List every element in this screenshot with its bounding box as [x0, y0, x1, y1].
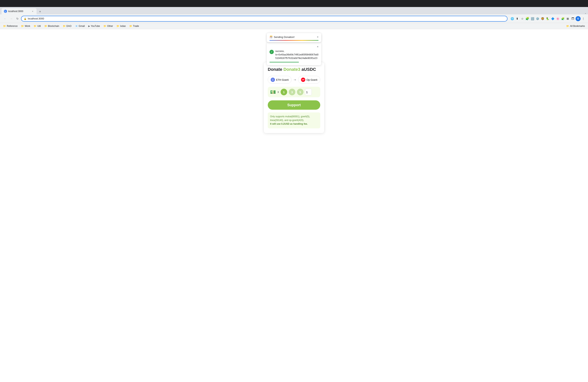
to-network-button[interactable]: OP Op Goerli	[298, 76, 320, 84]
donate-card: Donate Donate3 aUSDC Ξ ETH Goerli → OP O…	[264, 62, 324, 133]
bookmark-reference[interactable]: 📁 Reference	[1, 24, 19, 28]
bookmarks-bar: 📁 Reference 📁 Work 📁 Util 📁 Blockchain 📁…	[0, 23, 588, 29]
folder-icon: 📁	[104, 25, 106, 27]
bookmark-util[interactable]: 📁 Util	[32, 24, 42, 28]
confetti-icon: 🎊	[270, 36, 273, 39]
folder-icon: 📁	[3, 25, 6, 27]
bookmark-other-label: Other	[107, 25, 113, 27]
bookmark-blockchain[interactable]: 📁 Blockchain	[43, 24, 61, 28]
bookmark-lxdao[interactable]: 📁 lxdao	[115, 24, 127, 28]
bookmark-work-label: Work	[25, 25, 30, 27]
url-text: localhost:3000	[28, 17, 44, 20]
folder-icon: 📁	[116, 25, 119, 27]
translate-icon[interactable]: 🌐	[510, 16, 514, 21]
success-content: ✓ success, tx=0x40aa36b69c74f61ed65f0848…	[270, 49, 318, 60]
bookmark-youtube[interactable]: ▶ YouTube	[87, 24, 102, 28]
bookmark-blockchain-label: Blockchain	[48, 25, 59, 27]
ext-1-icon[interactable]: 🧩	[525, 16, 530, 21]
new-tab-button[interactable]: +	[37, 9, 43, 14]
success-close-button[interactable]: ×	[317, 45, 318, 48]
back-button[interactable]: ←	[2, 16, 8, 21]
bookmark-trade-label: Trade	[133, 25, 139, 27]
bookmark-other[interactable]: 📁 Other	[102, 24, 115, 28]
success-notification: × ✓ success, tx=0x40aa36b69c74f61ed65f08…	[267, 42, 321, 65]
ext-2-icon[interactable]: 🔢	[530, 16, 535, 21]
money-icon: 💵	[270, 89, 276, 95]
bookmark-dao-label: DAO	[66, 25, 72, 27]
bookmark-star-icon[interactable]: ☆	[520, 16, 525, 21]
profile-avatar[interactable]: G	[576, 16, 581, 21]
address-bar[interactable]: 🔒 localhost:3000	[21, 16, 507, 21]
active-tab[interactable]: L localhost:3000 ×	[1, 8, 37, 14]
notification-header: 🎊 Sending Donation! ×	[267, 33, 321, 40]
sending-donation-notification: 🎊 Sending Donation! ×	[267, 33, 321, 42]
folder-icon: 📁	[34, 25, 37, 27]
multiplier-label: x	[277, 90, 279, 94]
toolbar-extensions: 🌐 ⬆ ☆ 🧩 🔢 ⚙️ 🦁 🦜 🔷 🌸 🧩 ⊞ 🗖 G ⋮	[510, 16, 586, 21]
bookmark-util-label: Util	[37, 25, 41, 27]
info-text: Only supports mubai(80001), goerli(5), l…	[270, 115, 310, 122]
tab-close-button[interactable]: ×	[31, 10, 34, 13]
amount-5-button[interactable]: 5	[297, 89, 304, 95]
window-icon[interactable]: 🗖	[570, 16, 575, 21]
ext-7-icon[interactable]: 🌸	[555, 16, 560, 21]
eth-icon: Ξ	[271, 78, 275, 82]
all-bookmarks-button[interactable]: 📁 All Bookmarks	[565, 24, 587, 28]
refresh-button[interactable]: ↻	[15, 16, 20, 21]
op-icon: OP	[301, 78, 305, 82]
donate-title: Donate Donate3 aUSDC	[268, 67, 320, 72]
support-button[interactable]: Support	[268, 100, 320, 110]
notification-top-close-button[interactable]: ×	[317, 35, 318, 39]
to-network-label: Op Goerli	[306, 78, 317, 81]
success-status: success,	[275, 50, 284, 53]
amount-input[interactable]	[305, 89, 312, 95]
title-bar	[0, 0, 588, 7]
share-icon[interactable]: ⬆	[515, 16, 520, 21]
ext-9-icon[interactable]: ⊞	[566, 16, 570, 21]
success-header: ×	[270, 45, 318, 48]
tab-expand-button[interactable]: ⌄	[585, 12, 587, 14]
all-bookmarks-label: All Bookmarks	[570, 25, 585, 27]
network-row: Ξ ETH Goerli → OP Op Goerli	[268, 76, 320, 84]
notification-title: 🎊 Sending Donation!	[270, 36, 294, 39]
sending-progress-bar	[270, 40, 318, 41]
amount-3-button[interactable]: 3	[289, 89, 295, 95]
tx-hash: tx=0x40aa36b69c74f61ed65f0848067bd051049…	[275, 53, 318, 60]
folder-icon: 📁	[129, 25, 132, 27]
bookmark-work[interactable]: 📁 Work	[20, 24, 32, 28]
bookmark-gmail-label: Gmail	[79, 25, 85, 27]
tab-bar: L localhost:3000 × + ⌄	[0, 7, 588, 14]
folder-icon: 📁	[21, 25, 24, 27]
bookmark-gmail[interactable]: 📧 Gmail	[74, 24, 86, 28]
network-arrow-icon: →	[293, 78, 296, 82]
amount-1-button[interactable]: 1	[281, 89, 287, 95]
toolbar: ← → ↻ 🔒 localhost:3000 🌐 ⬆ ☆ 🧩 🔢 ⚙️ 🦁 🦜 …	[0, 14, 588, 23]
ext-6-icon[interactable]: 🔷	[550, 16, 555, 21]
all-bookmarks-folder-icon: 📁	[566, 25, 569, 27]
folder-icon: 📧	[75, 25, 78, 27]
ext-5-icon[interactable]: 🦜	[545, 16, 550, 21]
tab-favicon: L	[4, 10, 7, 13]
ext-4-icon[interactable]: 🦁	[540, 16, 545, 21]
menu-icon[interactable]: ⋮	[581, 16, 586, 21]
page-content: 🎊 Sending Donation! × × ✓ success, tx=0x…	[0, 29, 588, 382]
from-network-label: ETH Goerli	[276, 78, 289, 81]
bookmark-dao[interactable]: 📁 DAO	[61, 24, 73, 28]
notification-title-text: Sending Donation!	[274, 36, 294, 39]
amount-row: 💵 x 1 3 5	[268, 87, 320, 97]
ext-3-icon[interactable]: ⚙️	[535, 16, 540, 21]
success-progress-bar	[270, 62, 299, 63]
bookmark-reference-label: Reference	[7, 25, 18, 27]
tab-title: localhost:3000	[8, 10, 23, 13]
bookmark-trade[interactable]: 📁 Trade	[128, 24, 141, 28]
folder-icon: 📁	[44, 25, 47, 27]
folder-icon: 📁	[63, 25, 66, 27]
ext-8-icon[interactable]: 🧩	[560, 16, 565, 21]
donate-static-text: Donate	[268, 67, 282, 72]
donate-highlight-text: Donate3	[284, 67, 300, 72]
success-text: success, tx=0x40aa36b69c74f61ed65f084806…	[275, 49, 318, 60]
success-checkmark-icon: ✓	[270, 50, 274, 54]
info-box: Only supports mubai(80001), goerli(5), l…	[268, 112, 320, 128]
from-network-button[interactable]: Ξ ETH Goerli	[268, 76, 292, 84]
forward-button[interactable]: →	[9, 16, 14, 21]
